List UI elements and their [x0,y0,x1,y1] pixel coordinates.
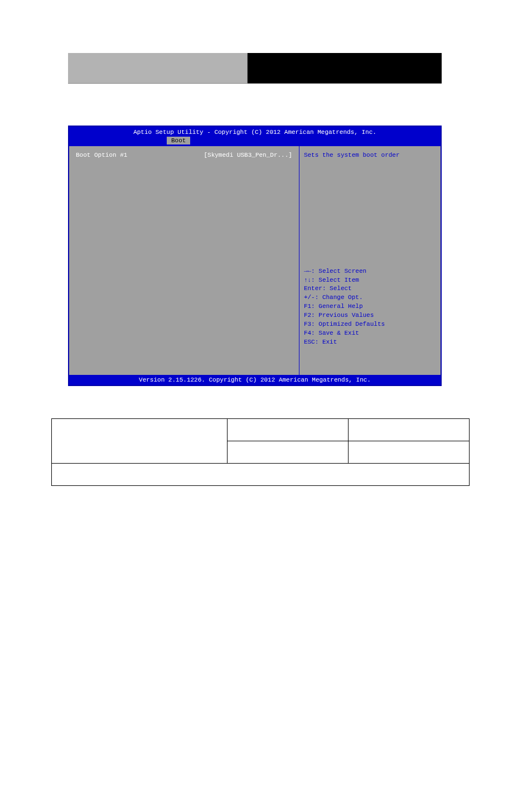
options-table [51,418,470,486]
tab-boot[interactable]: Boot [167,137,190,144]
bios-tab-row: Boot [69,137,441,146]
bios-title-text: Aptio Setup Utility - Copyright (C) 2012… [133,129,376,136]
bios-main-panel: Boot Option #1 [Skymedi USB3_Pen_Dr...] [69,146,299,375]
page-header-left-block [68,53,248,84]
key-select-screen: →←: Select Screen [304,267,436,276]
table-cell [227,441,348,464]
table-row [52,464,470,486]
boot-option-value[interactable]: [Skymedi USB3_Pen_Dr...] [204,152,292,158]
bios-window: Aptio Setup Utility - Copyright (C) 2012… [68,126,442,386]
bios-help-keys: →←: Select Screen ↑↓: Select Item Enter:… [304,267,436,347]
bios-title-bar: Aptio Setup Utility - Copyright (C) 2012… [69,127,441,137]
table-cell [227,419,348,441]
key-esc: ESC: Exit [304,338,436,347]
key-select-item: ↑↓: Select Item [304,276,436,285]
table-cell [52,419,228,464]
bios-side-panel: Sets the system boot order →←: Select Sc… [299,146,441,375]
key-change-opt: +/-: Change Opt. [304,293,436,302]
table-cell [348,419,469,441]
key-enter: Enter: Select [304,285,436,293]
key-f1: F1: General Help [304,302,436,311]
bios-footer: Version 2.15.1226. Copyright (C) 2012 Am… [69,375,441,385]
table-cell [52,464,470,486]
page-header-right-block [248,53,442,84]
key-f4: F4: Save & Exit [304,329,436,338]
key-f2: F2: Previous Values [304,311,436,320]
boot-option-row[interactable]: Boot Option #1 [Skymedi USB3_Pen_Dr...] [76,152,292,158]
page-header-bar [68,53,442,84]
bios-body: Boot Option #1 [Skymedi USB3_Pen_Dr...] … [69,146,441,375]
key-f3: F3: Optimized Defaults [304,320,436,329]
boot-option-label: Boot Option #1 [76,152,127,158]
table-cell [348,441,469,464]
bios-help-description: Sets the system boot order [304,152,436,158]
bios-footer-text: Version 2.15.1226. Copyright (C) 2012 Am… [139,377,371,383]
table-row [52,419,470,441]
